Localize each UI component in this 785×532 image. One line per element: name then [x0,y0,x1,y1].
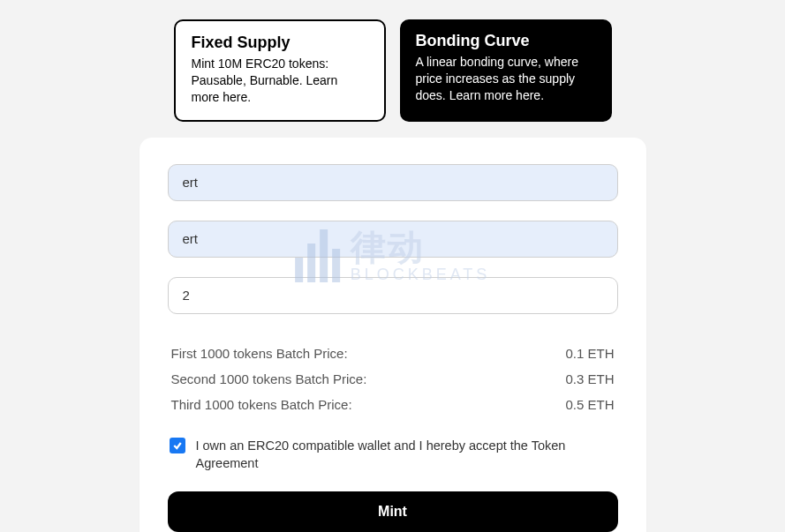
price-value: 0.1 ETH [565,346,614,361]
agreement-text: I own an ERC20 compatible wallet and I h… [196,437,616,473]
mint-button[interactable]: Mint [168,491,618,532]
price-row-second: Second 1000 tokens Batch Price: 0.3 ETH [168,371,618,386]
price-row-third: Third 1000 tokens Batch Price: 0.5 ETH [168,397,618,412]
bonding-curve-desc: A linear bonding curve, where price incr… [416,54,596,104]
fixed-supply-title: Fixed Supply [192,34,368,52]
mint-form-panel: First 1000 tokens Batch Price: 0.1 ETH S… [140,138,646,532]
check-icon [172,440,183,451]
supply-options-row: Fixed Supply Mint 10M ERC20 tokens: Paus… [0,0,785,122]
token-amount-input[interactable] [168,277,618,314]
fixed-supply-card[interactable]: Fixed Supply Mint 10M ERC20 tokens: Paus… [174,19,386,122]
agreement-row: I own an ERC20 compatible wallet and I h… [168,437,618,473]
batch-prices-section: First 1000 tokens Batch Price: 0.1 ETH S… [168,346,618,412]
price-value: 0.3 ETH [565,371,614,386]
agreement-checkbox[interactable] [170,438,185,453]
price-row-first: First 1000 tokens Batch Price: 0.1 ETH [168,346,618,361]
token-symbol-input[interactable] [168,221,618,258]
fixed-supply-desc: Mint 10M ERC20 tokens: Pausable, Burnabl… [192,56,368,106]
price-label: Third 1000 tokens Batch Price: [171,397,352,412]
price-label: First 1000 tokens Batch Price: [171,346,348,361]
token-name-input[interactable] [168,164,618,201]
bonding-curve-card[interactable]: Bonding Curve A linear bonding curve, wh… [400,19,612,122]
price-label: Second 1000 tokens Batch Price: [171,371,367,386]
bonding-curve-title: Bonding Curve [416,32,596,50]
price-value: 0.5 ETH [565,397,614,412]
